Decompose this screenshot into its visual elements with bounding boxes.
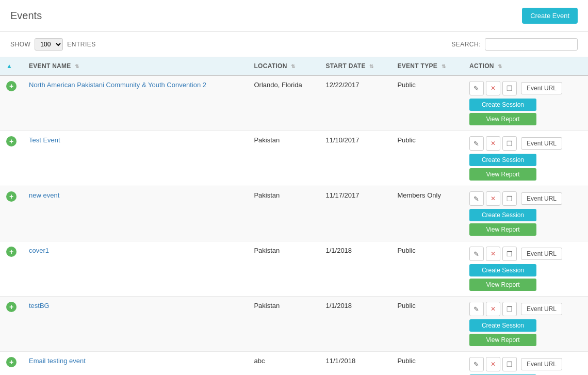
col-action[interactable]: ACTION ⇅ bbox=[463, 57, 588, 76]
delete-button[interactable]: ✕ bbox=[486, 136, 500, 151]
view-report-button[interactable]: View Report bbox=[469, 279, 536, 291]
edit-icon: ✎ bbox=[473, 140, 479, 148]
event-url-button[interactable]: Event URL bbox=[521, 192, 562, 205]
create-session-button[interactable]: Create Session bbox=[469, 264, 536, 276]
create-session-button[interactable]: Create Session bbox=[469, 99, 536, 111]
table-row: +new eventPakistan11/17/2017Members Only… bbox=[0, 186, 588, 241]
expand-icon[interactable]: + bbox=[6, 247, 17, 257]
event-name-link[interactable]: North American Pakistani Community & You… bbox=[29, 81, 206, 89]
page-header: Events Create Event bbox=[0, 0, 588, 32]
event-url-button[interactable]: Event URL bbox=[521, 137, 562, 150]
col-event-name[interactable]: EVENT NAME ⇅ bbox=[23, 57, 248, 76]
copy-button[interactable]: ❐ bbox=[502, 357, 517, 371]
event-url-button[interactable]: Event URL bbox=[521, 82, 562, 94]
start-date-cell: 1/1/2018 bbox=[319, 241, 391, 297]
copy-icon: ❐ bbox=[507, 195, 513, 203]
delete-button[interactable]: ✕ bbox=[486, 247, 500, 261]
event-name-cell: testBG bbox=[23, 297, 248, 352]
action-buttons-group: Create SessionView Report bbox=[469, 154, 582, 181]
edit-button[interactable]: ✎ bbox=[469, 247, 484, 261]
col-expand: ▲ bbox=[0, 57, 23, 76]
event-name-link[interactable]: new event bbox=[29, 191, 59, 199]
table-header-row: ▲ EVENT NAME ⇅ LOCATION ⇅ START DATE ⇅ E… bbox=[0, 57, 588, 76]
event-url-button[interactable]: Event URL bbox=[521, 248, 562, 260]
delete-button[interactable]: ✕ bbox=[486, 81, 500, 95]
action-icons-row: ✎✕❐Event URL bbox=[469, 247, 582, 261]
delete-button[interactable]: ✕ bbox=[486, 302, 500, 316]
expand-cell: + bbox=[0, 241, 23, 297]
edit-icon: ✎ bbox=[473, 195, 479, 203]
action-buttons-group: Create SessionView Report bbox=[469, 99, 582, 125]
edit-button[interactable]: ✎ bbox=[469, 81, 484, 95]
entries-label: ENTRIES bbox=[67, 41, 96, 48]
event-name-link[interactable]: Email testing event bbox=[29, 357, 86, 365]
action-buttons-group: Create SessionView Report bbox=[469, 264, 582, 291]
start-date-cell: 11/17/2017 bbox=[319, 186, 391, 241]
col-start-date[interactable]: START DATE ⇅ bbox=[319, 57, 391, 76]
expand-icon[interactable]: + bbox=[6, 302, 17, 312]
table-controls: SHOW 100 10 25 50 ENTRIES SEARCH: bbox=[0, 32, 588, 57]
action-icons-row: ✎✕❐Event URL bbox=[469, 136, 582, 151]
start-date-cell: 11/10/2017 bbox=[319, 131, 391, 186]
edit-icon: ✎ bbox=[473, 85, 479, 92]
event-name-cell: North American Pakistani Community & You… bbox=[23, 75, 248, 131]
table-container: ▲ EVENT NAME ⇅ LOCATION ⇅ START DATE ⇅ E… bbox=[0, 57, 588, 375]
action-cell: ✎✕❐Event URLCreate SessionView Report bbox=[463, 131, 588, 186]
col-event-type[interactable]: EVENT TYPE ⇅ bbox=[391, 57, 463, 76]
table-row: +Test EventPakistan11/10/2017Public✎✕❐Ev… bbox=[0, 131, 588, 186]
event-name-link[interactable]: testBG bbox=[29, 302, 50, 309]
edit-button[interactable]: ✎ bbox=[469, 357, 484, 371]
event-url-button[interactable]: Event URL bbox=[521, 358, 562, 370]
delete-button[interactable]: ✕ bbox=[486, 191, 500, 206]
create-session-button[interactable]: Create Session bbox=[469, 209, 536, 221]
location-cell: Orlando, Florida bbox=[248, 75, 319, 131]
action-cell: ✎✕❐Event URLCreate SessionView Report bbox=[463, 297, 588, 352]
sort-up-icon: ▲ bbox=[6, 62, 12, 70]
sort-icon-event-name: ⇅ bbox=[75, 63, 79, 69]
create-session-button[interactable]: Create Session bbox=[469, 319, 536, 332]
edit-button[interactable]: ✎ bbox=[469, 191, 484, 206]
expand-icon[interactable]: + bbox=[6, 357, 17, 367]
view-report-button[interactable]: View Report bbox=[469, 334, 536, 346]
copy-button[interactable]: ❐ bbox=[502, 81, 517, 95]
view-report-button[interactable]: View Report bbox=[469, 113, 536, 125]
expand-cell: + bbox=[0, 352, 23, 376]
event-type-cell: Public bbox=[391, 131, 463, 186]
edit-button[interactable]: ✎ bbox=[469, 136, 484, 151]
event-type-cell: Members Only bbox=[391, 186, 463, 241]
start-date-cell: 1/1/2018 bbox=[319, 297, 391, 352]
expand-cell: + bbox=[0, 297, 23, 352]
show-label: SHOW bbox=[10, 41, 30, 48]
search-input[interactable] bbox=[485, 38, 578, 51]
page-title: Events bbox=[10, 10, 42, 22]
event-name-link[interactable]: cover1 bbox=[29, 247, 49, 254]
event-type-cell: Public bbox=[391, 297, 463, 352]
copy-button[interactable]: ❐ bbox=[502, 247, 517, 261]
event-type-cell: Public bbox=[391, 241, 463, 297]
copy-button[interactable]: ❐ bbox=[502, 136, 517, 151]
col-location[interactable]: LOCATION ⇅ bbox=[248, 57, 319, 76]
copy-button[interactable]: ❐ bbox=[502, 191, 517, 206]
expand-icon[interactable]: + bbox=[6, 191, 17, 202]
expand-icon[interactable]: + bbox=[6, 136, 17, 146]
edit-icon: ✎ bbox=[473, 305, 479, 313]
delete-button[interactable]: ✕ bbox=[486, 357, 500, 371]
event-url-button[interactable]: Event URL bbox=[521, 303, 562, 315]
create-session-button[interactable]: Create Session bbox=[469, 154, 536, 166]
location-cell: Pakistan bbox=[248, 186, 319, 241]
expand-icon[interactable]: + bbox=[6, 81, 17, 91]
view-report-button[interactable]: View Report bbox=[469, 223, 536, 236]
table-row: +North American Pakistani Community & Yo… bbox=[0, 75, 588, 131]
event-name-link[interactable]: Test Event bbox=[29, 136, 60, 144]
location-cell: Pakistan bbox=[248, 241, 319, 297]
copy-button[interactable]: ❐ bbox=[502, 302, 517, 316]
view-report-button[interactable]: View Report bbox=[469, 168, 536, 181]
edit-button[interactable]: ✎ bbox=[469, 302, 484, 316]
entries-select[interactable]: 100 10 25 50 bbox=[35, 38, 63, 51]
delete-icon: ✕ bbox=[491, 250, 496, 257]
create-event-button[interactable]: Create Event bbox=[522, 8, 578, 24]
show-entries-control: SHOW 100 10 25 50 ENTRIES bbox=[10, 38, 96, 51]
table-row: +cover1Pakistan1/1/2018Public✎✕❐Event UR… bbox=[0, 241, 588, 297]
start-date-cell: 11/1/2018 bbox=[319, 352, 391, 376]
event-type-cell: Public bbox=[391, 75, 463, 131]
